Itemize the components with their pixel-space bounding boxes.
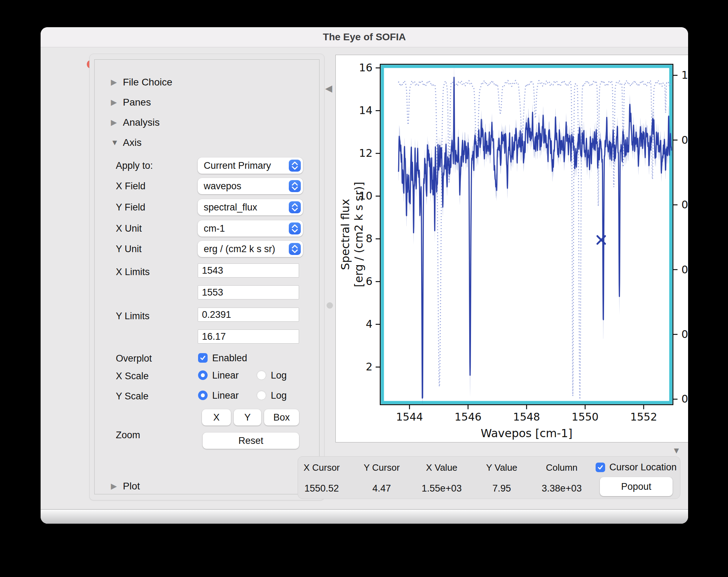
zoom-box-button[interactable]: Box (264, 409, 299, 426)
chevron-right-icon: ▶ (111, 118, 123, 127)
x-scale-linear-radio[interactable] (198, 370, 208, 380)
svg-text:12: 12 (359, 147, 372, 159)
y-scale-linear-radio[interactable] (198, 391, 208, 400)
section-label: Analysis (123, 117, 160, 128)
collapse-sidebar-icon[interactable]: ◀ (325, 83, 332, 94)
popout-button[interactable]: Popout (600, 477, 673, 496)
window-title: The Eye of SOFIA (41, 27, 688, 47)
svg-text:[erg / (cm2 k s sr)]: [erg / (cm2 k s sr)] (352, 182, 365, 287)
y-unit-select[interactable]: erg / (cm2 k s sr) (198, 241, 303, 257)
status-value: 4.47 (352, 483, 412, 494)
svg-text:1548: 1548 (513, 411, 540, 423)
section-label: Panes (123, 97, 151, 108)
status-label: Column (532, 462, 592, 473)
svg-text:1550: 1550 (572, 411, 598, 423)
x-limit-min-input[interactable] (198, 263, 299, 278)
status-x-cursor: X Cursor 1550.52 (292, 457, 352, 494)
chevron-right-icon: ▶ (111, 98, 123, 107)
status-label: Y Value (472, 462, 532, 473)
status-value: 1550.52 (292, 483, 352, 494)
y-limit-max-input[interactable] (198, 329, 299, 344)
section-label: Axis (123, 137, 142, 148)
status-label: X Value (412, 462, 472, 473)
x-field-value: wavepos (198, 181, 289, 192)
status-label: Y Cursor (352, 462, 412, 473)
status-column: Column 3.38e+03 (532, 457, 592, 494)
cursor-location-checkbox[interactable] (596, 463, 605, 472)
x-limit-max-input[interactable] (198, 285, 299, 299)
x-field-label: X Field (116, 180, 145, 192)
splitter-handle[interactable] (327, 302, 333, 309)
section-label: Plot (123, 481, 140, 492)
titlebar: The Eye of SOFIA (41, 27, 688, 47)
x-unit-select[interactable]: cm-1 (198, 220, 303, 237)
sidebar-section-file-choice[interactable]: ▶ File Choice (95, 76, 172, 89)
svg-text:1552: 1552 (630, 411, 657, 423)
zoom-y-button[interactable]: Y (234, 409, 261, 426)
chevron-right-icon: ▶ (111, 482, 123, 491)
y-unit-value: erg / (cm2 k s sr) (198, 244, 289, 255)
y-scale-linear-label: Linear (212, 390, 239, 401)
svg-text:0.4: 0.4 (681, 263, 688, 276)
x-scale-label: X Scale (116, 370, 149, 382)
status-value: 7.95 (472, 483, 532, 494)
y-scale-log-label: Log (271, 390, 287, 401)
x-limits-label: X Limits (116, 266, 150, 278)
apply-to-value: Current Primary (198, 160, 289, 171)
svg-text:6: 6 (366, 275, 372, 287)
stepper-icon (289, 180, 301, 192)
sidebar-inner-frame: ▶ File Choice ▶ Panes ▶ Analysis ▼ Axis … (94, 59, 320, 494)
svg-text:0.6: 0.6 (681, 198, 688, 211)
sidebar-section-axis[interactable]: ▼ Axis (95, 136, 142, 149)
x-scale-log-label: Log (271, 370, 287, 381)
plot-panel: 154415461548155015522468101214160.00.20.… (335, 55, 688, 442)
cursor-location-label: Cursor Location (609, 462, 677, 472)
spectrum-chart[interactable]: 154415461548155015522468101214160.00.20.… (336, 55, 688, 442)
stepper-icon (289, 243, 301, 255)
status-y-value: Y Value 7.95 (472, 457, 532, 494)
zoom-reset-button[interactable]: Reset (203, 433, 299, 449)
statusbar: X Cursor 1550.52 Y Cursor 4.47 X Value 1… (298, 456, 680, 499)
zoom-x-button[interactable]: X (202, 409, 231, 426)
x-field-select[interactable]: wavepos (198, 178, 303, 194)
sidebar-section-plot[interactable]: ▶ Plot (95, 480, 140, 493)
y-field-select[interactable]: spectral_flux (198, 199, 303, 215)
svg-text:1.0: 1.0 (681, 69, 688, 81)
apply-to-label: Apply to: (116, 160, 153, 172)
status-x-value: X Value 1.55e+03 (412, 457, 472, 494)
sidebar-panel: ▶ File Choice ▶ Panes ▶ Analysis ▼ Axis … (89, 54, 324, 500)
status-value: 1.55e+03 (412, 483, 472, 494)
sidebar-section-analysis[interactable]: ▶ Analysis (95, 116, 160, 129)
y-limit-min-input[interactable] (198, 308, 299, 322)
svg-text:Spectral flux: Spectral flux (339, 199, 352, 270)
svg-text:0.8: 0.8 (681, 134, 688, 146)
screen: The Eye of SOFIA ▶ File Choice ▶ Panes ▶… (0, 0, 728, 577)
svg-text:0.0: 0.0 (681, 393, 688, 405)
svg-text:Wavepos [cm-1]: Wavepos [cm-1] (481, 427, 572, 440)
svg-text:2: 2 (366, 361, 372, 373)
zoom-label: Zoom (116, 429, 140, 441)
status-y-cursor: Y Cursor 4.47 (352, 457, 412, 494)
y-scale-log-radio[interactable] (257, 391, 266, 400)
stepper-icon (289, 160, 301, 172)
x-scale-linear-label: Linear (212, 370, 239, 381)
svg-text:14: 14 (359, 104, 372, 117)
y-field-label: Y Field (116, 201, 145, 213)
x-scale-log-radio[interactable] (257, 370, 266, 380)
stepper-icon (289, 201, 301, 213)
overplot-enabled-label: Enabled (212, 353, 247, 363)
svg-text:0.2: 0.2 (681, 328, 688, 340)
chevron-down-icon: ▼ (111, 138, 123, 147)
section-label: File Choice (123, 77, 172, 88)
apply-to-select[interactable]: Current Primary (198, 157, 303, 174)
y-limits-label: Y Limits (116, 310, 150, 322)
status-label: X Cursor (292, 462, 352, 473)
overplot-checkbox[interactable] (198, 353, 208, 363)
overplot-label: Overplot (116, 352, 152, 364)
stepper-icon (289, 222, 301, 234)
collapse-statusbar-icon[interactable]: ▼ (672, 446, 681, 456)
svg-text:4: 4 (366, 318, 372, 330)
chevron-right-icon: ▶ (111, 78, 123, 87)
y-scale-label: Y Scale (116, 390, 149, 402)
sidebar-section-panes[interactable]: ▶ Panes (95, 96, 151, 109)
